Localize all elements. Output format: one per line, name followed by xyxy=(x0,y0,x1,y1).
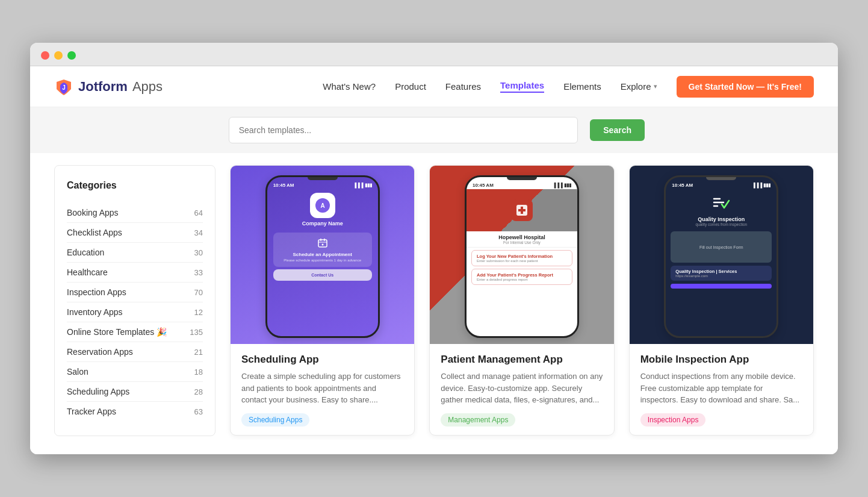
card-tag[interactable]: Inspection Apps xyxy=(640,413,706,427)
nav-templates[interactable]: Templates xyxy=(500,80,544,93)
logo: J Jotform Apps xyxy=(54,77,163,96)
nav-links: What's New? Product Features Templates E… xyxy=(323,76,814,98)
nav-explore[interactable]: Explore ▾ xyxy=(621,81,657,92)
sidebar-item-reservation-apps[interactable]: Reservation Apps 21 xyxy=(67,342,203,362)
category-name: Inventory Apps xyxy=(67,307,123,317)
svg-rect-11 xyxy=(518,209,525,211)
inspection-checkmark-icon xyxy=(711,194,731,211)
category-name: Checklist Apps xyxy=(67,228,122,237)
inspection-fill-label: Fill out Inspection Form xyxy=(699,245,743,249)
status-time: 10:45 AM xyxy=(473,183,494,188)
status-time: 10:45 AM xyxy=(672,183,693,188)
search-button[interactable]: Search xyxy=(590,119,645,141)
patient-action2-sub: Enter a detailed progress report xyxy=(477,278,567,281)
category-name: Online Store Templates 🎉 xyxy=(67,327,167,337)
card-info-scheduling: Scheduling App Create a simple schedulin… xyxy=(231,344,414,435)
categories-sidebar: Categories Booking Apps 64 Checklist App… xyxy=(54,165,215,436)
inspection-link-url: https://example.com xyxy=(675,274,767,278)
card-title: Scheduling App xyxy=(241,354,403,366)
hospital-name: Hopewell Hospital xyxy=(471,234,572,240)
status-icons: ▐▐▐ ▮▮▮ xyxy=(353,183,371,188)
category-count: 12 xyxy=(194,308,203,317)
category-count: 18 xyxy=(194,367,203,377)
sidebar-item-salon[interactable]: Salon 18 xyxy=(67,362,203,382)
logo-apps: Apps xyxy=(132,79,163,95)
cards-grid: 10:45 AM ▐▐▐ ▮▮▮ A xyxy=(230,165,814,436)
category-count: 64 xyxy=(194,208,203,217)
category-count: 30 xyxy=(194,248,203,257)
svg-text:J: J xyxy=(62,84,66,91)
card-title: Patient Management App xyxy=(441,354,603,366)
company-name-label: Company Name xyxy=(274,220,371,227)
status-time: 10:45 AM xyxy=(273,183,294,188)
browser-chrome xyxy=(30,43,838,66)
category-count: 33 xyxy=(194,268,203,277)
inspection-subtitle: quality comes from inspection xyxy=(673,222,769,227)
category-name: Inspection Apps xyxy=(67,287,126,297)
hero-section: Search xyxy=(30,107,838,153)
card-preview-patient: 10:45 AM ▐▐▐ ▮▮▮ xyxy=(430,166,613,344)
page-content: J Jotform Apps What's New? Product Featu… xyxy=(30,66,838,454)
sidebar-item-inspection-apps[interactable]: Inspection Apps 70 xyxy=(67,283,203,302)
category-count: 63 xyxy=(194,407,203,416)
patient-action2-title: Add Your Patient's Progress Report xyxy=(477,272,567,278)
card-description: Collect and manage patient information o… xyxy=(441,370,603,406)
nav-whats-new[interactable]: What's New? xyxy=(323,81,376,92)
category-name: Salon xyxy=(67,367,88,377)
sidebar-item-healthcare[interactable]: Healthcare 33 xyxy=(67,263,203,283)
nav-product[interactable]: Product xyxy=(395,81,426,92)
phone-status-bar: 10:45 AM ▐▐▐ ▮▮▮ xyxy=(267,180,378,189)
company-logo-icon: A xyxy=(314,197,331,214)
status-icons: ▐▐▐ ▮▮▮ xyxy=(553,183,571,188)
category-name: Tracker Apps xyxy=(67,407,116,416)
inspection-title: Quality Inspection xyxy=(673,216,769,222)
category-name: Reservation Apps xyxy=(67,347,133,357)
sidebar-item-education[interactable]: Education 30 xyxy=(67,243,203,263)
category-name: Education xyxy=(67,248,104,257)
card-inspection-app[interactable]: 10:45 AM ▐▐▐ ▮▮▮ xyxy=(629,165,814,436)
navbar: J Jotform Apps What's New? Product Featu… xyxy=(30,66,838,107)
hospital-icon xyxy=(515,204,529,217)
card-tag[interactable]: Scheduling Apps xyxy=(241,413,309,427)
close-button[interactable] xyxy=(41,51,49,60)
category-name: Scheduling Apps xyxy=(67,387,129,396)
browser-window: J Jotform Apps What's New? Product Featu… xyxy=(30,43,838,454)
card-description: Create a simple scheduling app for custo… xyxy=(241,370,403,406)
hospital-sub: For Internal Use Only xyxy=(471,240,572,245)
schedule-card-sub: Please schedule appointments 1 day in ad… xyxy=(278,258,367,262)
chevron-down-icon: ▾ xyxy=(654,83,657,90)
maximize-button[interactable] xyxy=(67,51,76,60)
svg-text:A: A xyxy=(320,202,324,209)
card-tag[interactable]: Management Apps xyxy=(441,413,515,427)
sidebar-item-booking-apps[interactable]: Booking Apps 64 xyxy=(67,203,203,223)
category-count: 21 xyxy=(194,348,203,357)
minimize-button[interactable] xyxy=(54,51,63,60)
card-patient-management[interactable]: 10:45 AM ▐▐▐ ▮▮▮ xyxy=(429,165,614,436)
sidebar-item-scheduling-apps[interactable]: Scheduling Apps 28 xyxy=(67,382,203,402)
category-count: 135 xyxy=(190,328,203,337)
contact-us-label: Contact Us xyxy=(277,273,368,277)
sidebar-item-tracker-apps[interactable]: Tracker Apps 63 xyxy=(67,402,203,421)
card-title: Mobile Inspection App xyxy=(640,354,802,366)
phone-status-bar: 10:45 AM ▐▐▐ ▮▮▮ xyxy=(467,180,577,189)
sidebar-item-inventory-apps[interactable]: Inventory Apps 12 xyxy=(67,302,203,322)
search-input[interactable] xyxy=(229,117,578,143)
main-layout: Categories Booking Apps 64 Checklist App… xyxy=(30,153,838,454)
jotform-logo-icon: J xyxy=(54,77,73,96)
patient-action1-sub: Enter submission for each new patient xyxy=(477,259,567,263)
card-scheduling-app[interactable]: 10:45 AM ▐▐▐ ▮▮▮ A xyxy=(230,165,415,436)
cta-button[interactable]: Get Started Now — It's Free! xyxy=(677,76,814,98)
phone-status-bar: 10:45 AM ▐▐▐ ▮▮▮ xyxy=(666,180,777,189)
sidebar-item-online-store[interactable]: Online Store Templates 🎉 135 xyxy=(67,322,203,342)
patient-action1-title: Log Your New Patient's Information xyxy=(477,254,567,259)
card-info-inspection: Mobile Inspection App Conduct inspection… xyxy=(630,344,813,435)
inspection-link-title: Quality Inspection | Services xyxy=(675,269,767,274)
card-description: Conduct inspections from any mobile devi… xyxy=(640,370,802,406)
categories-title: Categories xyxy=(67,180,203,191)
nav-features[interactable]: Features xyxy=(445,81,481,92)
category-count: 28 xyxy=(194,387,203,396)
schedule-card-title: Schedule an Appointment xyxy=(278,252,367,257)
sidebar-item-checklist-apps[interactable]: Checklist Apps 34 xyxy=(67,223,203,243)
calendar-icon xyxy=(317,237,328,248)
nav-elements[interactable]: Elements xyxy=(563,81,601,92)
